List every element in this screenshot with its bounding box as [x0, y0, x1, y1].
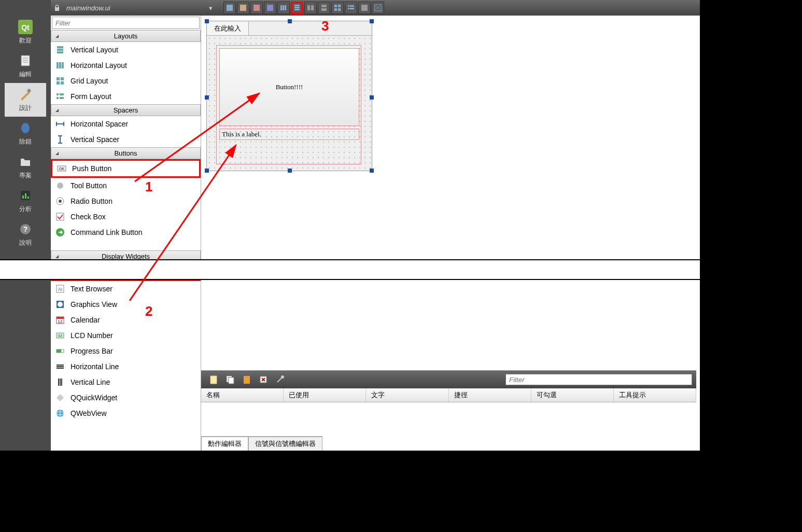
- svg-rect-74: [58, 379, 59, 386]
- layout-horizontal-icon[interactable]: [277, 2, 290, 14]
- layout-hsplit-icon[interactable]: [304, 2, 317, 14]
- form-window[interactable]: 在此輸入 Button!!!! This is a label.: [206, 21, 372, 171]
- category-header[interactable]: Buttons: [51, 147, 201, 159]
- table-column-header[interactable]: 名稱: [201, 388, 284, 402]
- layout-grid-icon[interactable]: [331, 2, 344, 14]
- widget-item-form-layout[interactable]: Form Layout: [51, 89, 201, 104]
- svg-rect-73: [57, 368, 64, 369]
- widget-item-label: Vertical Layout: [71, 46, 118, 54]
- bottom-tab[interactable]: 信號與信號槽編輯器: [248, 437, 322, 451]
- svg-rect-34: [350, 5, 354, 7]
- cal-icon: 12: [55, 315, 65, 325]
- widget-item-qquickwidget[interactable]: QQuickWidget: [51, 390, 201, 405]
- table-column-header[interactable]: 文字: [366, 388, 448, 402]
- check-icon: [55, 212, 65, 222]
- widget-item-command-link-button[interactable]: Command Link Button: [51, 225, 201, 240]
- widget-item-vertical-spacer[interactable]: Vertical Spacer: [51, 132, 201, 147]
- vertical-layout-container[interactable]: Button!!!! This is a label.: [216, 45, 361, 164]
- layout-vsplit-icon[interactable]: [318, 2, 330, 14]
- svg-rect-20: [283, 5, 284, 10]
- menu-placeholder[interactable]: 在此輸入: [207, 22, 249, 35]
- break-layout-icon[interactable]: [358, 2, 371, 14]
- bottom-tab[interactable]: 動作編輯器: [201, 437, 248, 451]
- widget-item-progress-bar[interactable]: Progress Bar: [51, 343, 201, 359]
- prog-icon: [55, 346, 65, 356]
- widget-item-label: Form Layout: [71, 92, 111, 101]
- table-column-header[interactable]: 可勾選: [531, 388, 614, 402]
- widget-item-check-box[interactable]: Check Box: [51, 209, 201, 225]
- table-column-header[interactable]: 已使用: [284, 388, 366, 402]
- widget-item-horizontal-line[interactable]: Horizontal Line: [51, 359, 201, 374]
- category-header[interactable]: Layouts: [51, 30, 201, 42]
- widget-list[interactable]: LayoutsVertical LayoutHorizontal LayoutG…: [51, 30, 201, 451]
- delete-action-icon[interactable]: [257, 373, 270, 386]
- widget-item-radio-button[interactable]: Radio Button: [51, 193, 201, 209]
- widget-item-text-browser[interactable]: AIText Browser: [51, 281, 201, 297]
- dropdown-arrow-icon[interactable]: ▾: [209, 4, 213, 12]
- sidebar-welcome[interactable]: Qt 歡迎: [5, 16, 46, 49]
- widget-item-horizontal-layout[interactable]: Horizontal Layout: [51, 58, 201, 73]
- widget-item-grid-layout[interactable]: Grid Layout: [51, 73, 201, 89]
- widget-item-label: Command Link Button: [71, 228, 143, 236]
- widget-item-lcd-number[interactable]: 42LCD Number: [51, 328, 201, 343]
- new-action-icon[interactable]: [207, 373, 220, 386]
- edit-buddies-icon[interactable]: [250, 2, 263, 14]
- svg-rect-17: [254, 5, 260, 11]
- svg-rect-79: [210, 376, 217, 384]
- widget-item-push-button[interactable]: OKPush Button: [51, 159, 201, 178]
- widget-filter-input[interactable]: [52, 17, 200, 29]
- annotation-3: 3: [321, 18, 329, 34]
- sidebar-label: 設計: [19, 104, 32, 111]
- lcd-icon: 42: [55, 330, 65, 341]
- sidebar-label: 說明: [19, 239, 32, 246]
- edit-signals-icon[interactable]: [237, 2, 249, 14]
- configure-icon[interactable]: [274, 373, 286, 386]
- top-toolbar: mainwindow.ui ▾: [51, 0, 700, 16]
- label-widget[interactable]: This is a label.: [219, 129, 359, 140]
- hspacer-icon: [55, 119, 65, 129]
- sidebar-edit[interactable]: 編輯: [5, 49, 46, 83]
- widget-item-calendar[interactable]: 12Calendar: [51, 312, 201, 328]
- svg-point-84: [281, 375, 284, 379]
- edit-tab-order-icon[interactable]: [264, 2, 276, 14]
- sidebar-project[interactable]: 專案: [5, 150, 46, 184]
- svg-rect-41: [57, 51, 63, 53]
- sidebar-design[interactable]: 設計: [5, 83, 46, 117]
- widget-item-label: Horizontal Spacer: [71, 120, 128, 128]
- svg-rect-26: [311, 5, 314, 10]
- copy-action-icon[interactable]: [224, 373, 236, 386]
- image-tear-annotation: [0, 259, 700, 280]
- widget-item-tool-button[interactable]: Tool Button: [51, 178, 201, 193]
- widget-item-horizontal-spacer[interactable]: Horizontal Spacer: [51, 116, 201, 132]
- form-icon: [55, 91, 65, 102]
- category-header[interactable]: Spacers: [51, 104, 201, 116]
- gfx-icon: [55, 299, 65, 310]
- adjust-size-icon[interactable]: [372, 2, 384, 14]
- vlayout-icon: [55, 45, 65, 55]
- svg-text:?: ?: [23, 225, 28, 233]
- action-filter-input[interactable]: [505, 374, 692, 385]
- svg-rect-24: [294, 9, 300, 10]
- table-column-header[interactable]: 捷徑: [449, 388, 531, 402]
- sidebar-help[interactable]: ? 說明: [5, 218, 46, 251]
- svg-rect-28: [321, 8, 327, 11]
- sidebar-debug[interactable]: 除錯: [5, 117, 46, 150]
- design-canvas[interactable]: 在此輸入 Button!!!! This is a label.: [201, 16, 700, 451]
- sidebar-analyze[interactable]: 分析: [5, 184, 46, 218]
- widget-item-label: Horizontal Layout: [71, 61, 127, 69]
- widget-item-graphics-view[interactable]: Graphics View: [51, 297, 201, 312]
- widget-item-qwebview[interactable]: QWebView: [51, 405, 201, 421]
- layout-vertical-icon[interactable]: [291, 2, 303, 14]
- edit-widgets-icon[interactable]: [223, 2, 236, 14]
- paste-action-icon[interactable]: [241, 373, 253, 386]
- widget-item-vertical-line[interactable]: Vertical Line: [51, 374, 201, 390]
- push-button-widget[interactable]: Button!!!!: [219, 48, 359, 126]
- annotation-2: 2: [145, 303, 152, 319]
- sidebar-label: 除錯: [19, 138, 32, 145]
- table-column-header[interactable]: 工具提示: [614, 388, 696, 402]
- layout-form-icon[interactable]: [345, 2, 357, 14]
- widget-item-vertical-layout[interactable]: Vertical Layout: [51, 42, 201, 58]
- svg-text:42: 42: [58, 334, 62, 338]
- svg-rect-33: [348, 5, 349, 7]
- action-editor-panel: 名稱已使用文字捷徑可勾選工具提示 動作編輯器信號與信號槽編輯器: [201, 370, 696, 451]
